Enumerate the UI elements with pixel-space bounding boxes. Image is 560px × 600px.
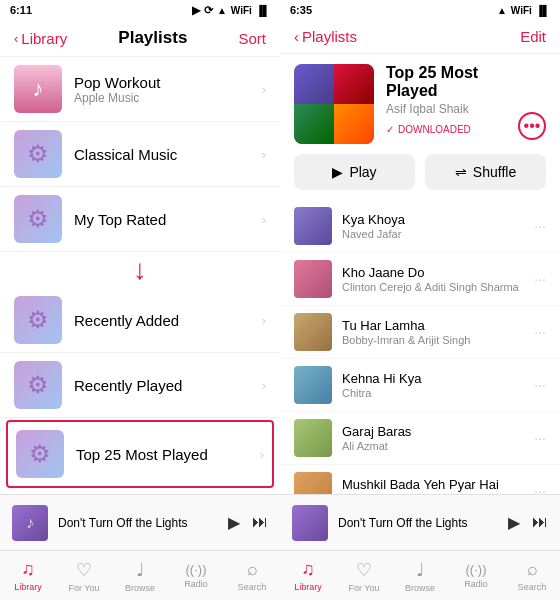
shuffle-button[interactable]: ⇌ Shuffle [425, 154, 546, 190]
chevron-right-icon: › [262, 82, 266, 97]
library-back-button[interactable]: ‹ Library [14, 30, 67, 47]
sort-button[interactable]: Sort [238, 30, 266, 47]
song-info-3: Tu Har Lamha Bobby-Imran & Arijit Singh [342, 318, 534, 346]
tab-search[interactable]: ⌕ Search [224, 551, 280, 600]
playlists-title: Playlists [118, 28, 187, 48]
playlist-detail-title: Top 25 Most Played [386, 64, 506, 100]
right-status-bar: 6:35 ▲ WiFi ▐▌ [280, 0, 560, 20]
playlist-item-pop-workout[interactable]: Pop Workout Apple Music › [0, 57, 280, 122]
checkmark-icon: ✓ [386, 124, 394, 135]
playlist-cover [294, 64, 374, 144]
tab-browse[interactable]: ♩ Browse [392, 551, 448, 600]
playlist-detail-header: Top 25 Most Played Asif Iqbal Shaik ✓ DO… [280, 54, 560, 154]
right-tab-bar: ♫ Library ♡ For You ♩ Browse ((·)) Radio… [280, 550, 560, 600]
playlist-info-recently-played: Recently Played [74, 377, 262, 394]
song-thumb-4 [294, 366, 332, 404]
playlist-thumb-pop-workout [14, 65, 62, 113]
tab-radio[interactable]: ((·)) Radio [168, 551, 224, 600]
playlist-detail-author: Asif Iqbal Shaik [386, 102, 506, 116]
shuffle-label: Shuffle [473, 164, 516, 180]
back-label: Library [21, 30, 67, 47]
heart-icon: ♡ [356, 559, 372, 581]
right-header: ‹ Playlists Edit [280, 20, 560, 54]
playlist-cover-grid [294, 64, 374, 144]
mini-player-thumb: ♪ [12, 505, 48, 541]
song-name: Mushkil Bada Yeh Pyar Hai [342, 477, 534, 492]
playlist-item-my-top-rated[interactable]: ⚙ My Top Rated › [0, 187, 280, 252]
song-more-icon[interactable]: ··· [534, 430, 546, 446]
skip-forward-button[interactable]: ⏭ [532, 513, 548, 532]
play-label: Play [349, 164, 376, 180]
song-item-kya-khoya[interactable]: Kya Khoya Naved Jafar ··· [280, 200, 560, 253]
tab-library[interactable]: ♫ Library [0, 551, 56, 600]
tab-for-you[interactable]: ♡ For You [56, 551, 112, 600]
song-item-tu-har-lamha[interactable]: Tu Har Lamha Bobby-Imran & Arijit Singh … [280, 306, 560, 359]
left-panel: 6:11 ▶ ⟳ ▲ WiFi ▐▌ ‹ Library Playlists S… [0, 0, 280, 600]
down-arrow-indicator: ↓ [0, 252, 280, 288]
cover-quadrant-2 [334, 64, 374, 104]
playlist-info-top-rated: My Top Rated [74, 211, 262, 228]
playlist-item-classical-music[interactable]: ⚙ Classical Music › [0, 122, 280, 187]
music-note-icon: ♪ [26, 514, 34, 532]
search-icon: ⌕ [247, 559, 258, 580]
song-artist: Bobby-Imran & Arijit Singh [342, 334, 534, 346]
right-mini-player[interactable]: Don't Turn Off the Lights ▶ ⏭ [280, 494, 560, 550]
browse-icon: ♩ [416, 559, 424, 581]
left-status-icons: ▶ ⟳ ▲ WiFi ▐▌ [192, 4, 270, 17]
mini-player-controls: ▶ ⏭ [508, 513, 548, 532]
playlist-item-recently-added[interactable]: ⚙ Recently Added › [0, 288, 280, 353]
more-options-button[interactable]: ••• [518, 112, 546, 140]
song-thumb-3 [294, 313, 332, 351]
playlist-name: Top 25 Most Played [76, 446, 260, 463]
song-more-icon[interactable]: ··· [534, 377, 546, 393]
edit-button[interactable]: Edit [520, 28, 546, 45]
playlist-name: Pop Workout [74, 74, 262, 91]
downloaded-label: DOWNLOADED [398, 124, 471, 135]
song-item-kho-jaane-do[interactable]: Kho Jaane Do Clinton Cerejo & Aditi Sing… [280, 253, 560, 306]
playlist-detail-info: Top 25 Most Played Asif Iqbal Shaik ✓ DO… [386, 64, 506, 135]
back-chevron-icon: ‹ [294, 28, 299, 45]
gear-icon: ⚙ [27, 306, 49, 334]
browse-icon: ♩ [136, 559, 144, 581]
song-more-icon[interactable]: ··· [534, 324, 546, 340]
song-item-mushkil[interactable]: Mushkil Bada Yeh Pyar Hai Udit Narayan, … [280, 465, 560, 494]
left-header: ‹ Library Playlists Sort [0, 20, 280, 57]
gear-icon: ⚙ [27, 371, 49, 399]
play-button[interactable]: ▶ [228, 513, 240, 532]
playlists-back-button[interactable]: ‹ Playlists [294, 28, 357, 45]
tab-for-you[interactable]: ♡ For You [336, 551, 392, 600]
left-status-bar: 6:11 ▶ ⟳ ▲ WiFi ▐▌ [0, 0, 280, 20]
playlist-name: Classical Music [74, 146, 262, 163]
right-time: 6:35 [290, 4, 312, 16]
left-mini-player[interactable]: ♪ Don't Turn Off the Lights ▶ ⏭ [0, 494, 280, 550]
mini-player-controls: ▶ ⏭ [228, 513, 268, 532]
tab-search[interactable]: ⌕ Search [504, 551, 560, 600]
tab-library[interactable]: ♫ Library [280, 551, 336, 600]
song-item-garaj-baras[interactable]: Garaj Baras Ali Azmat ··· [280, 412, 560, 465]
song-name: Tu Har Lamha [342, 318, 534, 333]
playlist-info-pop-workout: Pop Workout Apple Music [74, 74, 262, 105]
playlist-item-top25[interactable]: ⚙ Top 25 Most Played › [6, 420, 274, 488]
mini-player-info: Don't Turn Off the Lights [338, 516, 498, 530]
chevron-right-icon: › [262, 378, 266, 393]
skip-forward-button[interactable]: ⏭ [252, 513, 268, 532]
song-name: Kya Khoya [342, 212, 534, 227]
song-more-icon[interactable]: ··· [534, 218, 546, 234]
song-more-icon[interactable]: ··· [534, 483, 546, 494]
play-button[interactable]: ▶ Play [294, 154, 415, 190]
radio-icon: ((·)) [186, 562, 207, 577]
left-time: 6:11 [10, 4, 32, 16]
tab-radio[interactable]: ((·)) Radio [448, 551, 504, 600]
song-artist: Ali Azmat [342, 440, 534, 452]
back-chevron-icon: ‹ [14, 31, 18, 46]
playlist-info-classical: Classical Music [74, 146, 262, 163]
playlist-list: Pop Workout Apple Music › ⚙ Classical Mu… [0, 57, 280, 494]
tab-browse[interactable]: ♩ Browse [112, 551, 168, 600]
song-more-icon[interactable]: ··· [534, 271, 546, 287]
playlist-item-recently-played[interactable]: ⚙ Recently Played › [0, 353, 280, 418]
play-button[interactable]: ▶ [508, 513, 520, 532]
library-icon: ♫ [301, 559, 315, 580]
song-item-kehna-hi-kya[interactable]: Kehna Hi Kya Chitra ··· [280, 359, 560, 412]
song-info-4: Kehna Hi Kya Chitra [342, 371, 534, 399]
down-arrow-icon: ↓ [133, 254, 147, 286]
